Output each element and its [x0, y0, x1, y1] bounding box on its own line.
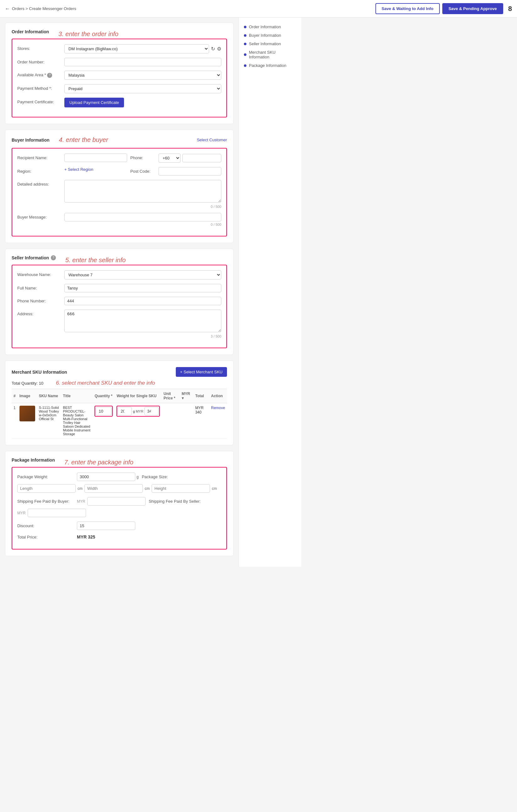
warehouse-label: Warehouse Name: — [17, 270, 61, 277]
sidebar-item-2[interactable]: Seller Information — [244, 39, 296, 48]
buyer-message-input[interactable] — [64, 213, 221, 221]
region-field: + Select Region — [64, 167, 127, 172]
seller-information-section: Seller Information ? 5. enter the seller… — [5, 249, 234, 355]
order-number-input[interactable] — [64, 58, 221, 66]
upload-payment-cert-button[interactable]: Upload Payment Certificate — [64, 98, 124, 107]
save-waiting-button[interactable]: Save & Waiting to Add Info — [375, 3, 440, 14]
phone-label: Phone: — [130, 153, 155, 160]
sidebar-nav: Order InformationBuyer InformationSeller… — [244, 23, 296, 70]
warehouse-field: Warehouse 7 — [64, 270, 221, 280]
sidebar-item-3[interactable]: Merchant SKU Information — [244, 48, 296, 61]
store-label: Stores: — [17, 44, 61, 51]
detailed-address-count: 0 / 500 — [64, 205, 221, 208]
seller-address-count: 3 / 500 — [64, 335, 221, 338]
store-select[interactable]: DM Instagram (BigMaw.co) — [64, 44, 209, 53]
sidebar-item-4[interactable]: Package Information — [244, 61, 296, 70]
table-row: 1 S-1111-Solid Wood Trolley w-0x0x0cm Of… — [11, 403, 227, 439]
seller-phone-field — [64, 297, 221, 305]
col-total: Total — [193, 389, 209, 403]
pkg-discount-label: Discount: — [17, 523, 74, 528]
seller-phone-input[interactable] — [64, 297, 221, 305]
pkg-shipping-buyer-prefix: MYR — [77, 499, 85, 504]
row-unit-price — [162, 403, 180, 439]
region-postcode-row: Region: + Select Region Post Code: — [17, 167, 221, 176]
pkg-shipping-row: Shipping Fee Paid By Buyer: MYR Shipping… — [17, 497, 221, 517]
select-merchant-sku-button[interactable]: + Select Merchant SKU — [176, 367, 227, 377]
back-arrow-icon[interactable]: ← — [5, 6, 10, 11]
package-info-title: Package Information — [11, 458, 55, 463]
sidebar-item-1[interactable]: Buyer Information — [244, 31, 296, 39]
package-info-form: Package Weight: g Package Size: cm cm cm — [11, 467, 227, 550]
pkg-shipping-buyer-input[interactable] — [87, 497, 146, 505]
weight-input[interactable] — [118, 407, 132, 415]
select-region-link[interactable]: + Select Region — [64, 167, 93, 172]
detailed-address-textarea[interactable] — [64, 180, 221, 203]
sku-header-row: Merchant SKU Information + Select Mercha… — [11, 367, 227, 377]
buyer-info-form: Recipient Name: Phone: +60 Region: — [11, 148, 227, 236]
pkg-shipping-buyer-label: Shipping Fee Paid By Buyer: — [17, 499, 74, 504]
price-input[interactable] — [144, 407, 158, 415]
recipient-phone-row: Recipient Name: Phone: +60 — [17, 153, 221, 163]
buyer-message-row: Buyer Message: 0 / 500 — [17, 213, 221, 226]
phone-input[interactable] — [182, 154, 221, 162]
sidebar-item-0[interactable]: Order Information — [244, 23, 296, 31]
recipient-name-input[interactable] — [64, 153, 127, 162]
buyer-message-label: Buyer Message: — [17, 213, 61, 220]
available-area-info-icon[interactable]: ? — [47, 73, 52, 78]
payment-method-select[interactable]: Prepaid — [64, 84, 221, 93]
available-area-select[interactable]: Malaysia — [64, 71, 221, 80]
seller-fullname-input[interactable] — [64, 284, 221, 292]
buyer-information-section: Buyer Information 4. enter the buyer Sel… — [5, 130, 234, 243]
seller-fullname-row: Full Name: — [17, 284, 221, 292]
pkg-length-unit: cm — [78, 486, 83, 491]
settings-icon[interactable]: ⚙ — [217, 46, 221, 52]
order-number-field — [64, 58, 221, 66]
pkg-shipping-seller-input[interactable] — [28, 509, 86, 517]
row-weight: g MYR — [115, 403, 162, 439]
warehouse-row: Warehouse Name: Warehouse 7 — [17, 270, 221, 280]
row-action: Remove — [209, 403, 227, 439]
recipient-name-field — [64, 153, 127, 162]
buyer-info-title: Buyer Information — [11, 138, 50, 143]
pkg-total-row: Total Price: MYR 325 — [17, 534, 221, 540]
row-total: MYR 340 — [193, 403, 209, 439]
pkg-discount-field — [77, 522, 135, 530]
package-information-section: Package Information 7. enter the package… — [5, 451, 234, 556]
order-info-title: Order Information — [11, 29, 49, 34]
seller-address-field: 3 / 500 — [64, 310, 221, 338]
pkg-weight-input[interactable] — [77, 472, 135, 481]
payment-method-row: Payment Method *: Prepaid — [17, 84, 221, 93]
seller-info-title: Seller Information — [11, 255, 49, 260]
merchant-sku-section: Merchant SKU Information + Select Mercha… — [5, 360, 234, 445]
pkg-discount-input[interactable] — [77, 522, 135, 530]
remove-link[interactable]: Remove — [211, 406, 225, 410]
pkg-length-input[interactable] — [17, 484, 75, 493]
pkg-width-input[interactable] — [85, 484, 143, 493]
payment-cert-label: Payment Certificate: — [17, 98, 61, 104]
payment-method-field: Prepaid — [64, 84, 221, 93]
buyer-message-count: 0 / 500 — [64, 223, 221, 226]
seller-info-form: Warehouse Name: Warehouse 7 Full Name: P… — [11, 265, 227, 348]
order-number-row: Order Number: — [17, 58, 221, 66]
main-content: Order Information 3. enter the order inf… — [0, 18, 239, 567]
select-customer-link[interactable]: Select Customer — [197, 138, 227, 142]
row-sku-name: S-1111-Solid Wood Trolley w-0x0x0cm Offi… — [37, 403, 61, 439]
seller-info-annotation: 5. enter the seller info — [65, 257, 126, 264]
save-pending-button[interactable]: Save & Pending Approve — [442, 3, 503, 14]
buyer-info-annotation: 4. enter the buyer — [59, 136, 108, 144]
warehouse-select[interactable]: Warehouse 7 — [64, 270, 221, 280]
seller-info-icon[interactable]: ? — [51, 255, 56, 260]
pkg-weight-unit: g — [136, 475, 139, 479]
col-image: Image — [18, 389, 37, 403]
post-code-input[interactable] — [158, 167, 221, 176]
pkg-height-input[interactable] — [152, 484, 210, 493]
top-actions: Save & Waiting to Add Info Save & Pendin… — [375, 3, 503, 14]
seller-address-textarea[interactable] — [64, 310, 221, 332]
pkg-weight-field: g — [77, 472, 139, 481]
refresh-icon[interactable]: ↻ — [211, 46, 215, 52]
breadcrumb-text: Orders > Create Messenger Orders — [12, 6, 76, 11]
seller-phone-row: Phone Number: — [17, 297, 221, 305]
qty-input[interactable] — [96, 407, 112, 415]
pkg-size-label: Package Size: — [142, 474, 176, 479]
phone-code-select[interactable]: +60 — [158, 153, 181, 163]
